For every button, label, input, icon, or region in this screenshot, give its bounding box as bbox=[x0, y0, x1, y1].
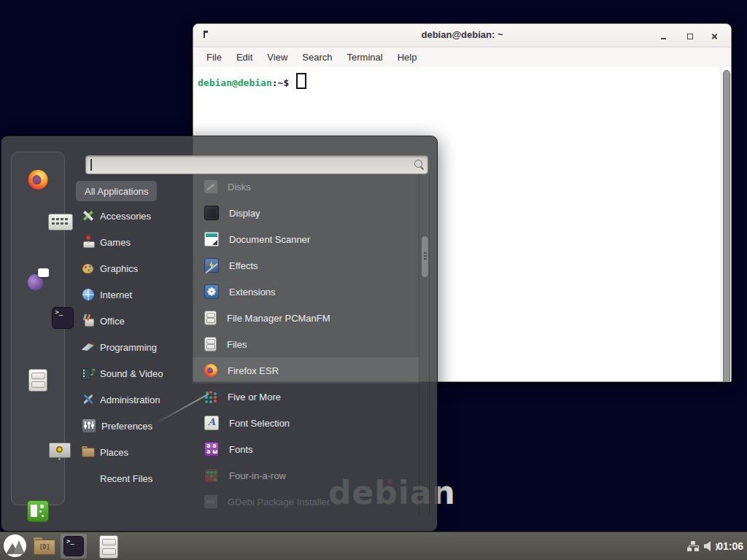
terminal-cursor bbox=[296, 73, 306, 89]
category-office[interactable]: Office bbox=[76, 308, 191, 334]
application-menu: All Applications Accessories Games Graph… bbox=[1, 136, 438, 532]
four-in-a-row-icon bbox=[204, 468, 219, 483]
app-font-selection[interactable]: Font Selection bbox=[193, 410, 419, 436]
app-disks[interactable]: Disks bbox=[193, 174, 419, 200]
menu-file[interactable]: File bbox=[199, 47, 229, 67]
terminal-titlebar[interactable]: debian@debian: ~ bbox=[193, 24, 731, 47]
preferences-icon bbox=[82, 419, 96, 433]
file-cabinet-icon[interactable] bbox=[28, 369, 47, 392]
firefox-icon[interactable] bbox=[28, 170, 48, 190]
graphics-icon bbox=[82, 262, 95, 275]
search-caret bbox=[90, 159, 92, 171]
clock[interactable]: 01:06 bbox=[717, 540, 743, 552]
minimize-icon[interactable] bbox=[659, 32, 668, 41]
favorites-sidebar bbox=[11, 152, 65, 505]
category-accessories[interactable]: Accessories bbox=[76, 203, 191, 229]
effects-icon bbox=[204, 258, 219, 273]
terminal-title: debian@debian: ~ bbox=[193, 29, 731, 40]
search-input[interactable] bbox=[85, 155, 428, 174]
category-sound-video[interactable]: Sound & Video bbox=[76, 360, 191, 386]
accessories-icon bbox=[82, 209, 95, 222]
app-four-in-a-row[interactable]: Four-in-a-row bbox=[193, 462, 419, 489]
app-extensions[interactable]: Extensions bbox=[193, 279, 419, 305]
administration-icon bbox=[82, 393, 95, 406]
keyboard-icon[interactable] bbox=[48, 214, 73, 230]
application-list: Disks Display Document Scanner Effects E… bbox=[193, 174, 419, 515]
app-display[interactable]: Display bbox=[193, 200, 419, 226]
programming-icon bbox=[82, 341, 95, 354]
extensions-icon bbox=[204, 284, 219, 299]
close-icon[interactable] bbox=[711, 32, 719, 41]
display-icon bbox=[204, 206, 219, 220]
category-administration[interactable]: Administration bbox=[76, 386, 191, 413]
prompt-suffix: :~$ bbox=[272, 77, 289, 88]
places-icon bbox=[82, 446, 95, 459]
pidgin-icon[interactable] bbox=[27, 268, 49, 290]
app-document-scanner[interactable]: Document Scanner bbox=[193, 226, 419, 252]
folder-launcher-icon[interactable] bbox=[34, 537, 55, 555]
file-cabinet-icon bbox=[204, 311, 217, 325]
network-icon[interactable] bbox=[687, 541, 699, 552]
category-list: All Applications Accessories Games Graph… bbox=[76, 178, 191, 491]
category-preferences[interactable]: Preferences bbox=[76, 413, 191, 439]
internet-icon bbox=[82, 288, 95, 301]
file-cabinet-icon bbox=[204, 337, 217, 351]
menu-help[interactable]: Help bbox=[390, 47, 425, 67]
font-selection-icon bbox=[204, 416, 219, 430]
office-icon bbox=[82, 314, 95, 327]
app-firefox-esr[interactable]: Firefox ESR bbox=[193, 357, 419, 384]
menu-view[interactable]: View bbox=[260, 47, 295, 67]
category-recent-files[interactable]: Recent Files bbox=[76, 465, 191, 491]
menu-launcher-icon[interactable] bbox=[4, 534, 26, 557]
terminal-scrollbar[interactable] bbox=[721, 67, 731, 382]
games-icon bbox=[82, 236, 95, 249]
volume-icon[interactable] bbox=[704, 540, 716, 552]
app-effects[interactable]: Effects bbox=[193, 252, 419, 279]
app-files[interactable]: Files bbox=[193, 331, 419, 357]
menu-scrollbar-thumb[interactable] bbox=[421, 236, 429, 278]
terminal-window-icon bbox=[63, 536, 84, 556]
taskbar-terminal-button[interactable] bbox=[61, 534, 87, 559]
terminal-scrollbar-thumb[interactable] bbox=[723, 70, 730, 382]
five-or-more-icon bbox=[204, 390, 217, 403]
file-cabinet-icon[interactable] bbox=[99, 535, 118, 559]
category-programming[interactable]: Programming bbox=[76, 334, 191, 360]
app-gdebi-package-installer[interactable]: GDebi Package Installer bbox=[193, 489, 419, 515]
app-five-or-more[interactable]: Five or More bbox=[193, 384, 419, 410]
gdebi-icon bbox=[204, 495, 217, 508]
search-icon bbox=[414, 160, 422, 168]
lock-screen-icon[interactable] bbox=[49, 443, 71, 462]
category-graphics[interactable]: Graphics bbox=[76, 255, 191, 281]
desktop: debian debian@debian: ~ File Edit View S… bbox=[0, 0, 747, 560]
menu-search[interactable]: Search bbox=[295, 47, 339, 67]
sound-video-icon bbox=[82, 367, 95, 380]
taskbar: 01:06 bbox=[0, 532, 747, 560]
menu-terminal[interactable]: Terminal bbox=[340, 47, 390, 67]
terminal-menubar: File Edit View Search Terminal Help bbox=[193, 47, 731, 67]
terminal-icon[interactable] bbox=[52, 307, 74, 329]
maximize-icon[interactable] bbox=[686, 32, 694, 41]
category-places[interactable]: Places bbox=[76, 439, 191, 465]
category-internet[interactable]: Internet bbox=[76, 281, 191, 308]
app-fonts[interactable]: Fonts bbox=[193, 436, 419, 462]
fonts-icon bbox=[204, 442, 219, 456]
prompt-user-host: debian@debian bbox=[198, 77, 272, 88]
disks-icon bbox=[204, 180, 217, 193]
menu-scrollbar[interactable] bbox=[419, 174, 430, 516]
menu-edit[interactable]: Edit bbox=[229, 47, 260, 67]
app-file-manager-pcmanfm[interactable]: File Manager PCManFM bbox=[193, 305, 419, 331]
document-scanner-icon bbox=[204, 232, 219, 246]
category-games[interactable]: Games bbox=[76, 229, 191, 255]
category-all-applications[interactable]: All Applications bbox=[76, 181, 157, 201]
log-out-icon[interactable] bbox=[27, 500, 49, 522]
firefox-icon bbox=[204, 364, 217, 377]
